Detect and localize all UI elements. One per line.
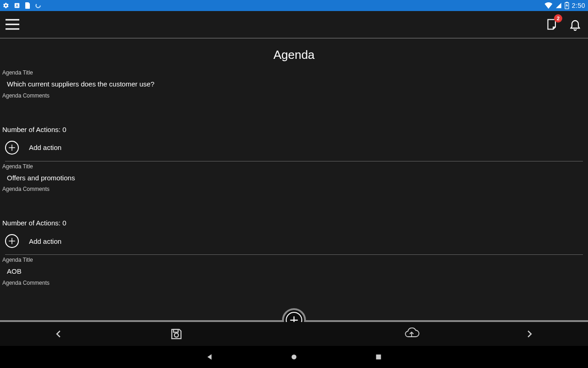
- add-action-label: Add action: [29, 144, 62, 151]
- agenda-comments-label: Agenda Comments: [2, 278, 586, 288]
- agenda-title-label: Agenda Title: [2, 68, 586, 78]
- content-area: Agenda Agenda Title Which current suppli…: [0, 39, 588, 320]
- add-action-button[interactable]: Add action: [2, 135, 586, 161]
- status-clock: 2:50: [572, 2, 585, 9]
- svg-point-16: [292, 355, 297, 360]
- agenda-item: Agenda Title AOB Agenda Comments: [2, 255, 586, 298]
- system-home-button[interactable]: [288, 351, 300, 362]
- svg-point-14: [175, 333, 179, 337]
- battery-icon: [565, 2, 569, 9]
- actions-count: Number of Actions: 0: [2, 124, 586, 135]
- save-button[interactable]: [165, 323, 187, 345]
- agenda-comments-label: Agenda Comments: [2, 91, 586, 101]
- next-button[interactable]: [518, 323, 540, 345]
- plus-icon: [5, 234, 19, 248]
- agenda-item: Agenda Title Offers and promotions Agend…: [2, 161, 586, 255]
- menu-button[interactable]: [5, 17, 20, 32]
- agenda-title-label: Agenda Title: [2, 161, 586, 172]
- add-action-label: Add action: [29, 237, 62, 245]
- app-header: 2: [0, 11, 588, 39]
- loading-icon: [35, 2, 41, 9]
- document-icon: [25, 2, 30, 9]
- agenda-title-label: Agenda Title: [2, 255, 586, 265]
- notes-button[interactable]: 2: [544, 16, 560, 33]
- agenda-comments-value[interactable]: [2, 288, 586, 298]
- system-back-button[interactable]: [204, 351, 215, 362]
- svg-rect-17: [376, 355, 381, 360]
- svg-text:A: A: [16, 4, 18, 8]
- settings-icon: [3, 2, 9, 9]
- upload-button[interactable]: [401, 323, 423, 345]
- plus-icon: [5, 141, 19, 155]
- actions-count: Number of Actions: 0: [2, 217, 586, 229]
- app-icon: A: [14, 2, 20, 9]
- status-bar: A 2:50: [0, 0, 588, 11]
- svg-rect-15: [174, 329, 178, 332]
- page-title: Agenda: [2, 39, 586, 68]
- add-action-button[interactable]: Add action: [2, 229, 586, 254]
- svg-rect-4: [566, 2, 567, 3]
- bottom-toolbar: [0, 320, 588, 346]
- agenda-item: Agenda Title Which current suppliers doe…: [2, 68, 586, 161]
- notes-badge: 2: [554, 14, 562, 23]
- agenda-title-value[interactable]: Offers and promotions: [2, 172, 586, 184]
- signal-icon: [555, 2, 562, 9]
- prev-button[interactable]: [48, 323, 70, 345]
- agenda-comments-value[interactable]: [2, 194, 586, 204]
- agenda-comments-value[interactable]: [2, 101, 586, 111]
- wifi-icon: [544, 2, 553, 9]
- agenda-comments-label: Agenda Comments: [2, 184, 586, 194]
- system-nav-bar: [0, 346, 588, 368]
- notifications-button[interactable]: [567, 16, 583, 33]
- agenda-title-value[interactable]: AOB: [2, 265, 586, 278]
- svg-point-2: [36, 3, 40, 7]
- agenda-title-value[interactable]: Which current suppliers does the custome…: [2, 78, 586, 91]
- system-recent-button[interactable]: [373, 351, 384, 362]
